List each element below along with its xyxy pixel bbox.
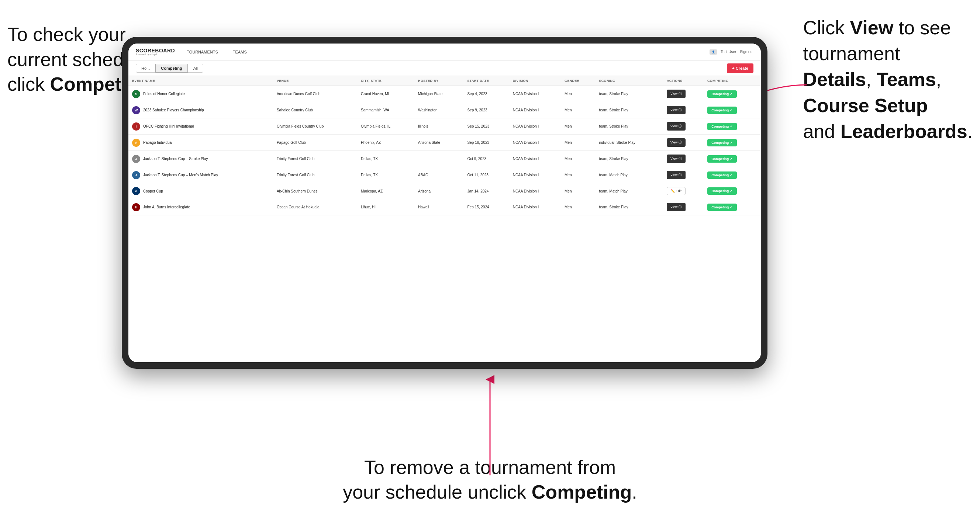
action-cell: View ⓘ (663, 102, 704, 118)
start-date-cell: Sep 4, 2023 (464, 86, 509, 102)
division-cell: NCAA Division I (509, 199, 561, 215)
col-competing: COMPETING (704, 76, 761, 86)
event-name-cell: J Jackson T. Stephens Cup – Men's Match … (129, 167, 273, 183)
view-button[interactable]: View ⓘ (667, 106, 686, 114)
event-name: 2023 Sahalee Players Championship (143, 108, 204, 112)
event-name: John A. Burns Intercollegiate (143, 205, 190, 209)
event-name-cell: W 2023 Sahalee Players Championship (129, 102, 273, 118)
event-name-cell: H John A. Burns Intercollegiate (129, 199, 273, 215)
edit-button[interactable]: ✏️ Edit (667, 187, 686, 195)
scoring-cell: team, Stroke Play (595, 151, 663, 167)
division-cell: NCAA Division I (509, 86, 561, 102)
hosted-by-cell: Washington (414, 102, 463, 118)
user-name: Test User (721, 50, 736, 54)
scoring-cell: team, Stroke Play (595, 199, 663, 215)
scoring-cell: team, Stroke Play (595, 86, 663, 102)
venue-cell: American Dunes Golf Club (273, 86, 357, 102)
competing-button[interactable]: Competing ✓ (707, 139, 737, 146)
sign-out-link[interactable]: Sign out (740, 50, 753, 54)
action-cell: View ⓘ (663, 118, 704, 135)
view-button[interactable]: View ⓘ (667, 122, 686, 130)
gender-cell: Men (561, 183, 595, 199)
user-icon: 👤 (710, 49, 717, 55)
view-button[interactable]: View ⓘ (667, 138, 686, 147)
competing-button[interactable]: Competing ✓ (707, 123, 737, 130)
competing-button[interactable]: Competing ✓ (707, 187, 737, 195)
competing-cell: Competing ✓ (704, 199, 761, 215)
gender-cell: Men (561, 118, 595, 135)
start-date-cell: Jan 14, 2024 (464, 183, 509, 199)
start-date-cell: Oct 9, 2023 (464, 151, 509, 167)
col-hosted-by: HOSTED BY (414, 76, 463, 86)
team-logo: H (132, 203, 140, 211)
venue-cell: Trinity Forest Golf Club (273, 167, 357, 183)
create-button[interactable]: + Create (727, 63, 753, 73)
hosted-by-cell: Arizona State (414, 135, 463, 151)
annotation-line1: To check your (7, 24, 126, 45)
col-venue: VENUE (273, 76, 357, 86)
table-row: H John A. Burns Intercollegiate Ocean Co… (129, 199, 761, 215)
action-cell: View ⓘ (663, 135, 704, 151)
arrow-bottom-annotation (483, 376, 497, 479)
team-logo: A (132, 139, 140, 147)
city-state-cell: Maricopa, AZ (357, 183, 414, 199)
scoring-cell: individual, Stroke Play (595, 135, 663, 151)
scoreboard-logo: SCOREBOARD Powered by clippd (136, 48, 175, 56)
col-division: DIVISION (509, 76, 561, 86)
team-logo: W (132, 106, 140, 114)
app-header: SCOREBOARD Powered by clippd TOURNAMENTS… (129, 43, 761, 60)
table-row: S Folds of Honor Collegiate American Dun… (129, 86, 761, 102)
competing-cell: Competing ✓ (704, 167, 761, 183)
division-cell: NCAA Division I (509, 167, 561, 183)
city-state-cell: Lihue, HI (357, 199, 414, 215)
col-actions: ACTIONS (663, 76, 704, 86)
toolbar: Ho... Competing All + Create (129, 60, 761, 76)
division-cell: NCAA Division I (509, 102, 561, 118)
gender-cell: Men (561, 102, 595, 118)
gender-cell: Men (561, 135, 595, 151)
view-button[interactable]: View ⓘ (667, 171, 686, 179)
annotation-top-right: Click View to see tournament Details, Te… (803, 15, 973, 144)
city-state-cell: Phoenix, AZ (357, 135, 414, 151)
table-header-row: EVENT NAME VENUE CITY, STATE HOSTED BY S… (129, 76, 761, 86)
competing-button[interactable]: Competing ✓ (707, 90, 737, 98)
venue-cell: Trinity Forest Golf Club (273, 151, 357, 167)
nav-tournaments[interactable]: TOURNAMENTS (184, 48, 221, 56)
competing-button[interactable]: Competing ✓ (707, 106, 737, 114)
scoring-cell: team, Stroke Play (595, 118, 663, 135)
col-gender: GENDER (561, 76, 595, 86)
tab-all[interactable]: All (188, 64, 203, 73)
division-cell: NCAA Division I (509, 151, 561, 167)
tab-competing[interactable]: Competing (155, 64, 188, 73)
competing-button[interactable]: Competing ✓ (707, 171, 737, 179)
hosted-by-cell: Michigan State (414, 86, 463, 102)
competing-cell: Competing ✓ (704, 135, 761, 151)
division-cell: NCAA Division I (509, 118, 561, 135)
tab-home[interactable]: Ho... (136, 64, 155, 73)
action-cell: View ⓘ (663, 167, 704, 183)
venue-cell: Ak-Chin Southern Dunes (273, 183, 357, 199)
competing-button[interactable]: Competing ✓ (707, 155, 737, 163)
nav-teams[interactable]: TEAMS (230, 48, 250, 56)
scoring-cell: team, Stroke Play (595, 102, 663, 118)
venue-cell: Ocean Course At Hokuala (273, 199, 357, 215)
view-button[interactable]: View ⓘ (667, 203, 686, 211)
event-name: Folds of Honor Collegiate (143, 92, 185, 96)
view-button[interactable]: View ⓘ (667, 90, 686, 98)
filter-tabs: Ho... Competing All (136, 64, 203, 73)
event-name: Papago Individual (143, 141, 173, 144)
team-logo: A (132, 187, 140, 195)
competing-button[interactable]: Competing ✓ (707, 203, 737, 211)
tournaments-table: EVENT NAME VENUE CITY, STATE HOSTED BY S… (129, 76, 761, 215)
header-right: 👤 Test User Sign out (710, 49, 753, 55)
event-name-cell: I OFCC Fighting Illini Invitational (129, 118, 273, 135)
team-logo: J (132, 171, 140, 179)
scoring-cell: team, Match Play (595, 167, 663, 183)
view-button[interactable]: View ⓘ (667, 154, 686, 163)
event-name: OFCC Fighting Illini Invitational (143, 124, 194, 129)
team-logo: I (132, 122, 140, 130)
col-city-state: CITY, STATE (357, 76, 414, 86)
hosted-by-cell (414, 151, 463, 167)
hosted-by-cell: Hawaii (414, 199, 463, 215)
action-cell: View ⓘ (663, 86, 704, 102)
